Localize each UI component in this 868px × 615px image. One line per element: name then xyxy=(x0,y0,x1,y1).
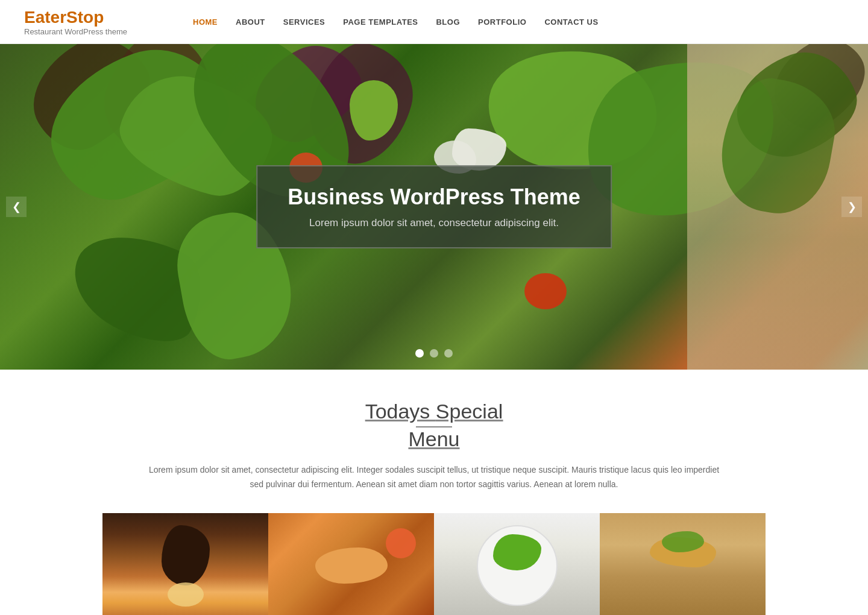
slide-text-box: Business WordPress Theme Lorem ipsum dol… xyxy=(256,165,612,248)
nav-item-contact[interactable]: CONTACT US xyxy=(544,17,598,27)
nav-item-page-templates[interactable]: PAGE TEMPLATES xyxy=(343,17,418,27)
section-title-start: Todays xyxy=(365,400,436,423)
food-thumbnail-4 xyxy=(600,513,766,615)
slider-dot-2[interactable] xyxy=(430,349,438,358)
main-nav: HOME ABOUT SERVICES PAGE TEMPLATES BLOG … xyxy=(193,17,599,27)
section-title: Todays Special Menu xyxy=(24,400,844,451)
slider-next-button[interactable]: ❯ xyxy=(841,197,862,217)
food-thumbnail-2 xyxy=(268,513,434,615)
food-grid xyxy=(102,513,766,615)
slider-prev-button[interactable]: ❮ xyxy=(6,197,27,217)
slide-subtitle: Lorem ipsum dolor sit amet, consectetur … xyxy=(288,217,580,229)
slider-dot-1[interactable] xyxy=(415,349,424,358)
chevron-right-icon: ❯ xyxy=(848,200,857,213)
slider-right-panel xyxy=(687,44,868,370)
section-description: Lorem ipsum dolor sit amet, consectetur … xyxy=(148,463,720,492)
nav-item-home[interactable]: HOME xyxy=(193,17,218,27)
nav-item-blog[interactable]: BLOG xyxy=(436,17,460,27)
slider-dot-3[interactable] xyxy=(444,349,453,358)
section-title-end: Menu xyxy=(408,427,459,450)
main-content: Todays Special Menu Lorem ipsum dolor si… xyxy=(0,370,868,615)
header: EaterStop Restaurant WordPress theme HOM… xyxy=(0,0,868,44)
food-item-4[interactable] xyxy=(600,513,766,615)
nav-item-services[interactable]: SERVICES xyxy=(283,17,326,27)
logo[interactable]: EaterStop Restaurant WordPress theme xyxy=(24,8,157,36)
tomato-1 xyxy=(524,273,567,309)
logo-title: EaterStop xyxy=(24,8,157,27)
food-thumbnail-1 xyxy=(102,513,268,615)
hero-slider: Business WordPress Theme Lorem ipsum dol… xyxy=(0,44,868,370)
nav-item-about[interactable]: ABOUT xyxy=(236,17,265,27)
food-thumbnail-3 xyxy=(434,513,600,615)
nav-item-portfolio[interactable]: PORTFOLIO xyxy=(478,17,526,27)
slide-title: Business WordPress Theme xyxy=(288,184,580,210)
food-item-1[interactable] xyxy=(102,513,268,615)
logo-subtitle: Restaurant WordPress theme xyxy=(24,27,157,36)
slider-dots xyxy=(415,349,453,358)
food-item-2[interactable] xyxy=(268,513,434,615)
food-item-3[interactable] xyxy=(434,513,600,615)
chevron-left-icon: ❮ xyxy=(12,200,21,213)
